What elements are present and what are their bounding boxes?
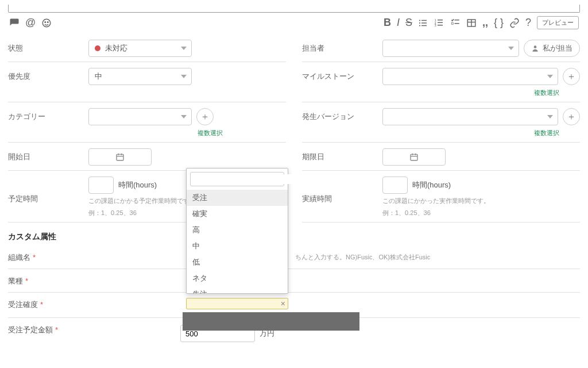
person-icon [531, 44, 539, 52]
popup-search-input[interactable] [198, 174, 296, 184]
assignee-dropdown[interactable] [382, 40, 519, 57]
svg-point-7 [419, 25, 420, 26]
popup-item[interactable]: ネタ [187, 270, 288, 286]
probability-combobox-popup: 受注 確実 高 中 低 ネタ 失注 リード(後で思い出したい) [186, 168, 288, 294]
svg-rect-17 [454, 23, 459, 24]
svg-point-21 [534, 45, 537, 48]
calendar-icon [115, 152, 125, 162]
svg-rect-8 [421, 25, 427, 26]
probability-label: 受注確度* [8, 300, 180, 310]
svg-rect-22 [117, 154, 123, 160]
link-icon[interactable] [509, 18, 520, 28]
status-value: 未対応 [105, 43, 127, 53]
italic-icon[interactable]: I [397, 17, 400, 29]
act-hint-example: 例：1、0.25、36 [382, 208, 580, 218]
mention-icon[interactable]: @ [25, 17, 36, 29]
ol-icon[interactable]: 123 [434, 18, 444, 28]
ul-icon[interactable] [418, 18, 428, 28]
editor-textarea[interactable] [8, 5, 580, 13]
industry-label: 業種* [8, 276, 180, 286]
milestone-multi-hint[interactable]: 複数選択 [382, 89, 580, 97]
chevron-down-icon [547, 75, 553, 78]
chevron-down-icon [547, 115, 553, 118]
svg-point-5 [419, 22, 420, 23]
est-hours-input[interactable] [88, 177, 114, 194]
act-hint: この課題にかかった実作業時間です。 [382, 196, 580, 206]
milestone-dropdown[interactable] [382, 68, 558, 85]
preview-button[interactable]: プレビュー [537, 16, 579, 29]
strike-icon[interactable]: S [405, 17, 412, 29]
act-hours-input[interactable] [382, 177, 408, 194]
popup-item[interactable]: 中 [187, 238, 288, 254]
svg-rect-10 [438, 20, 443, 21]
assign-me-button[interactable]: 私が担当 [524, 40, 580, 57]
status-dot-icon [95, 45, 100, 51]
due-date-label: 期限日 [302, 148, 382, 162]
issue-form: 状態 未対応 担当者 私が担当 [8, 34, 580, 223]
popup-item[interactable]: 受注 [187, 190, 288, 206]
close-icon[interactable]: × [281, 299, 285, 308]
svg-point-2 [48, 21, 49, 22]
popup-search[interactable] [190, 172, 284, 186]
hours-unit: 時間(hours) [412, 180, 451, 190]
checklist-icon[interactable] [450, 18, 461, 28]
code-icon[interactable]: { } [494, 17, 504, 29]
table-icon[interactable] [466, 18, 477, 28]
assignee-label: 担当者 [302, 40, 382, 53]
editor-toolbar: @ B I S 123 ,, { } ? プレビュー [8, 13, 580, 34]
popup-item[interactable]: 高 [187, 222, 288, 238]
org-label: 組織名* [8, 252, 180, 263]
svg-rect-4 [421, 20, 427, 21]
milestone-label: マイルストーン [302, 68, 382, 82]
status-dropdown[interactable]: 未対応 [88, 40, 192, 57]
popup-item[interactable]: 低 [187, 254, 288, 270]
calendar-icon [409, 152, 419, 162]
popup-list: 受注 確実 高 中 低 ネタ 失注 リード(後で思い出したい) [187, 190, 288, 293]
start-date-label: 開始日 [8, 148, 88, 162]
svg-text:3: 3 [435, 24, 436, 27]
bold-icon[interactable]: B [384, 17, 391, 29]
due-date-input[interactable] [382, 148, 446, 166]
hours-unit: 時間(hours) [118, 180, 157, 190]
svg-point-1 [45, 21, 46, 22]
custom-attrs-heading: カスタム属性 [8, 232, 580, 242]
chevron-down-icon [181, 115, 187, 118]
svg-rect-26 [411, 154, 417, 160]
quote-icon[interactable]: ,, [482, 17, 488, 29]
svg-rect-6 [421, 22, 427, 24]
chevron-down-icon [181, 47, 187, 50]
svg-rect-15 [454, 20, 459, 21]
help-icon[interactable]: ? [525, 17, 531, 29]
priority-label: 優先度 [8, 68, 88, 82]
version-dropdown[interactable] [382, 108, 558, 125]
start-date-input[interactable] [88, 148, 152, 166]
add-category-button[interactable]: ＋ [196, 108, 214, 125]
svg-rect-12 [438, 22, 443, 23]
act-time-label: 実績時間 [302, 190, 382, 204]
svg-rect-14 [438, 25, 443, 26]
svg-point-3 [419, 20, 420, 21]
popup-item[interactable]: 確実 [187, 206, 288, 222]
category-multi-hint[interactable]: 複数選択 [88, 129, 286, 137]
category-label: カテゴリー [8, 108, 88, 122]
assign-me-label: 私が担当 [543, 43, 572, 53]
popup-item[interactable]: 失注 [187, 286, 288, 293]
amount-label: 受注予定金額* [8, 325, 180, 335]
chevron-down-icon [508, 47, 514, 50]
version-multi-hint[interactable]: 複数選択 [382, 129, 580, 137]
category-dropdown[interactable] [88, 108, 192, 125]
add-version-button[interactable]: ＋ [563, 108, 580, 125]
selected-tag: × [186, 298, 288, 309]
speech-icon[interactable] [9, 18, 20, 28]
priority-value: 中 [95, 71, 102, 82]
emoji-icon[interactable] [41, 18, 52, 28]
probability-value-bg [183, 312, 359, 331]
svg-rect-16 [451, 22, 453, 24]
version-label: 発生バージョン [302, 108, 382, 122]
add-milestone-button[interactable]: ＋ [563, 68, 580, 85]
est-time-label: 予定時間 [8, 190, 88, 204]
status-label: 状態 [8, 40, 88, 53]
chevron-down-icon [181, 75, 187, 78]
svg-point-0 [43, 19, 51, 27]
priority-dropdown[interactable]: 中 [88, 68, 192, 85]
